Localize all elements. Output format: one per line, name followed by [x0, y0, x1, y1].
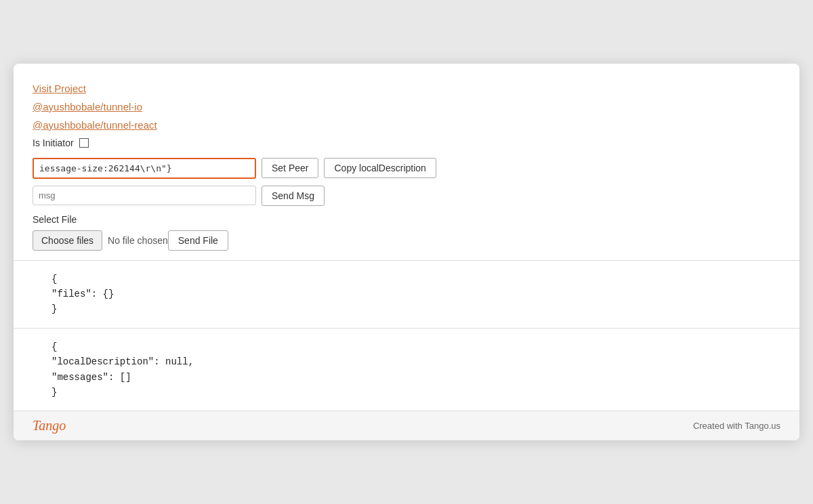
footer-created-with: Created with Tango.us: [693, 421, 780, 431]
copy-local-description-button[interactable]: Copy localDescription: [324, 158, 436, 178]
file-row: Choose files No file chosen Send File: [33, 230, 780, 251]
visit-project-link[interactable]: Visit Project: [33, 83, 780, 94]
json-line: "messages": []: [51, 370, 762, 385]
file-input-wrapper: Choose files No file chosen: [33, 230, 168, 251]
peer-row: Set Peer Copy localDescription: [33, 158, 780, 179]
msg-row: Send Msg: [33, 186, 780, 206]
message-input[interactable]: [33, 186, 256, 205]
send-file-button[interactable]: Send File: [168, 230, 228, 251]
json-line: {: [51, 339, 762, 354]
json-line: }: [51, 385, 762, 400]
tunnel-io-link[interactable]: @ayushbobale/tunnel-io: [33, 101, 780, 112]
select-file-label: Select File: [33, 214, 780, 225]
is-initiator-row: Is Initiator: [33, 138, 780, 148]
set-peer-button[interactable]: Set Peer: [262, 158, 318, 178]
send-msg-button[interactable]: Send Msg: [262, 186, 325, 206]
json-line: "localDescription": null,: [51, 354, 762, 369]
json-line: {: [51, 272, 762, 287]
json-block-2: { "localDescription": null, "messages": …: [33, 329, 780, 411]
choose-files-button[interactable]: Choose files: [33, 230, 102, 251]
no-file-text: No file chosen: [108, 235, 168, 246]
tango-logo: Tango: [33, 418, 66, 434]
is-initiator-checkbox[interactable]: [79, 138, 89, 148]
tunnel-react-link[interactable]: @ayushbobale/tunnel-react: [33, 119, 780, 131]
footer: Tango Created with Tango.us: [14, 411, 799, 440]
is-initiator-label: Is Initiator: [33, 138, 74, 148]
json-line: }: [51, 301, 762, 316]
peer-input[interactable]: [33, 158, 256, 179]
json-block-1: { "files": {} }: [33, 261, 780, 328]
main-content: Visit Project @ayushbobale/tunnel-io @ay…: [14, 64, 799, 411]
main-window: Visit Project @ayushbobale/tunnel-io @ay…: [14, 64, 799, 441]
json-line: "files": {}: [51, 287, 762, 301]
